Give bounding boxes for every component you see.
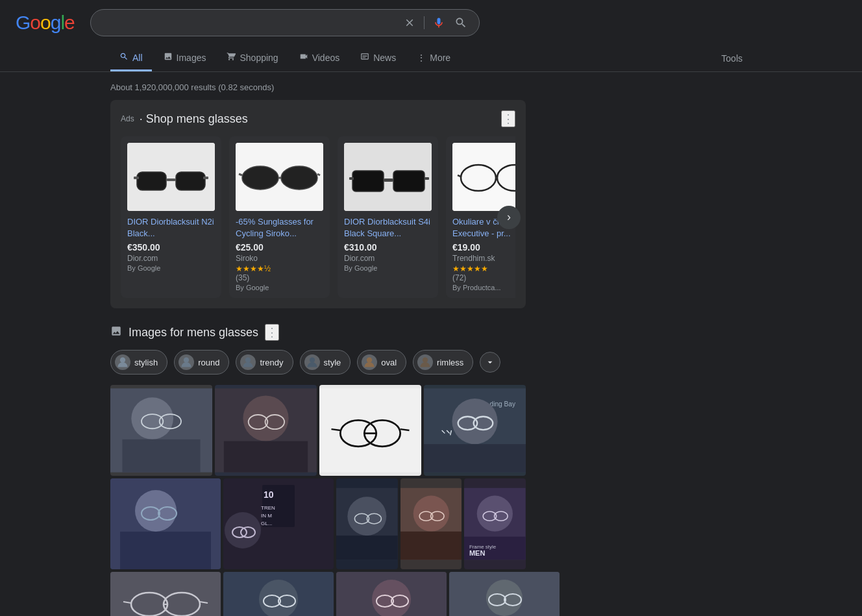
ad-card-4-price: €19.00 [452,242,515,253]
image-item-6[interactable]: 10 TREN IN M GL... [223,478,334,569]
nav-tabs: All Images Shopping Videos News ⋮ More T… [0,45,862,72]
svg-rect-17 [425,177,429,180]
chip-round[interactable]: round [174,350,229,375]
header: Google mens glasses [0,0,862,45]
image-item-5[interactable] [110,478,221,569]
results-count: About 1,920,000,000 results (0.82 second… [110,77,526,100]
svg-text:MEN: MEN [469,549,486,557]
tab-more[interactable]: ⋮ More [408,46,460,71]
search-button[interactable] [453,15,469,31]
news-tab-icon [360,52,369,63]
clear-search-button[interactable] [402,15,417,31]
filter-chips: stylish round trendy style [110,350,526,375]
svg-point-31 [184,358,189,363]
search-input[interactable]: mens glasses [101,17,397,29]
image-item-1[interactable] [110,385,212,476]
ad-card-1-title: DIOR Diorblacksuit N2i Black... [127,216,215,240]
voice-search-button[interactable] [431,15,447,31]
svg-point-37 [131,398,173,440]
ad-card-2-store: Siroko [236,254,323,263]
videos-tab-icon [299,52,308,63]
image-item-9[interactable]: Frame style MEN [464,478,526,569]
image-item-12[interactable] [336,572,447,616]
tab-news[interactable]: News [351,45,405,71]
image-item-3[interactable] [319,385,421,476]
svg-point-7 [242,166,278,190]
ad-card-3-img [344,143,432,211]
ad-card-3-store: Dior.com [344,254,432,263]
image-item-11[interactable] [223,572,334,616]
ad-card-2-by: By Google [236,284,323,291]
image-grid-row1: ding Bay [110,385,526,476]
chip-round-avatar [179,354,194,370]
image-item-8[interactable] [400,478,462,569]
chip-style[interactable]: style [300,350,351,375]
tab-images-label: Images [177,53,206,63]
images-more-button[interactable]: ⋮ [265,324,279,341]
image-item-13[interactable] [449,572,560,616]
ad-card-2-img [236,143,323,211]
chip-stylish[interactable]: stylish [110,350,167,375]
image-item-10[interactable] [110,572,221,616]
ads-title: · Shop mens glasses [140,112,248,126]
svg-rect-1 [137,172,166,190]
images-section-header: Images for mens glasses ⋮ [110,324,526,341]
chip-expand-button[interactable] [480,352,500,373]
tab-shopping-label: Shopping [240,53,278,63]
svg-point-8 [281,166,317,190]
ad-card-2[interactable]: -65% Sunglasses for Cycling Siroko... €2… [229,136,330,298]
svg-rect-82 [400,532,462,560]
images-section: Images for mens glasses ⋮ stylish round [110,324,526,616]
chip-oval-label: oval [381,358,397,367]
ad-card-4-stars: ★★★★★ [452,264,515,273]
ad-card-3[interactable]: DIOR Diorblacksuit S4i Black Square... €… [338,136,438,298]
tab-news-label: News [373,53,396,63]
tab-videos[interactable]: Videos [290,45,349,71]
svg-text:GL...: GL... [261,521,272,526]
tab-images[interactable]: Images [154,45,216,71]
tab-all[interactable]: All [110,45,152,71]
image-grid-row3 [110,572,526,616]
image-item-2[interactable] [215,385,317,476]
image-item-7[interactable] [336,478,398,569]
svg-point-34 [367,358,372,363]
scroll-right-button[interactable]: › [497,206,521,229]
svg-point-35 [423,358,428,363]
svg-rect-2 [176,172,205,190]
svg-rect-4 [134,177,139,179]
svg-rect-16 [349,177,354,180]
svg-rect-77 [336,536,398,560]
chip-trendy[interactable]: trendy [236,350,293,375]
ad-card-1[interactable]: DIOR Diorblacksuit N2i Black... €350.00 … [121,136,221,298]
ad-card-4-img [452,143,515,211]
svg-rect-38 [122,439,200,473]
ad-card-3-title: DIOR Diorblacksuit S4i Black Square... [344,216,432,240]
ads-header: Ads · Shop mens glasses ⋮ [121,110,515,127]
svg-rect-63 [120,532,211,569]
image-item-4[interactable]: ding Bay [424,385,526,476]
chip-rimless[interactable]: rimless [413,350,473,375]
images-section-title: Images for mens glasses [129,326,258,339]
chip-oval-avatar [362,354,377,370]
tools-button[interactable]: Tools [712,47,752,70]
chip-stylish-avatar [115,354,130,370]
svg-text:IN M: IN M [261,513,272,519]
tab-shopping[interactable]: Shopping [217,45,287,71]
ad-card-3-by: By Google [344,264,432,272]
svg-text:TREN: TREN [261,505,275,511]
chip-stylish-label: stylish [134,358,158,367]
chip-style-label: style [324,358,341,367]
svg-rect-5 [203,177,208,179]
chip-trendy-label: trendy [260,358,283,367]
ad-card-2-price: €25.00 [236,242,323,253]
chip-oval[interactable]: oval [357,350,406,375]
images-tab-icon [164,52,173,63]
ad-card-2-title: -65% Sunglasses for Cycling Siroko... [236,216,323,240]
tab-videos-label: Videos [312,53,340,63]
svg-text:ding Bay: ding Bay [490,400,516,408]
svg-point-33 [309,358,314,363]
chip-style-avatar [304,354,320,370]
ad-card-1-store: Dior.com [127,254,215,263]
svg-rect-14 [393,171,425,191]
ads-more-button[interactable]: ⋮ [501,110,515,127]
